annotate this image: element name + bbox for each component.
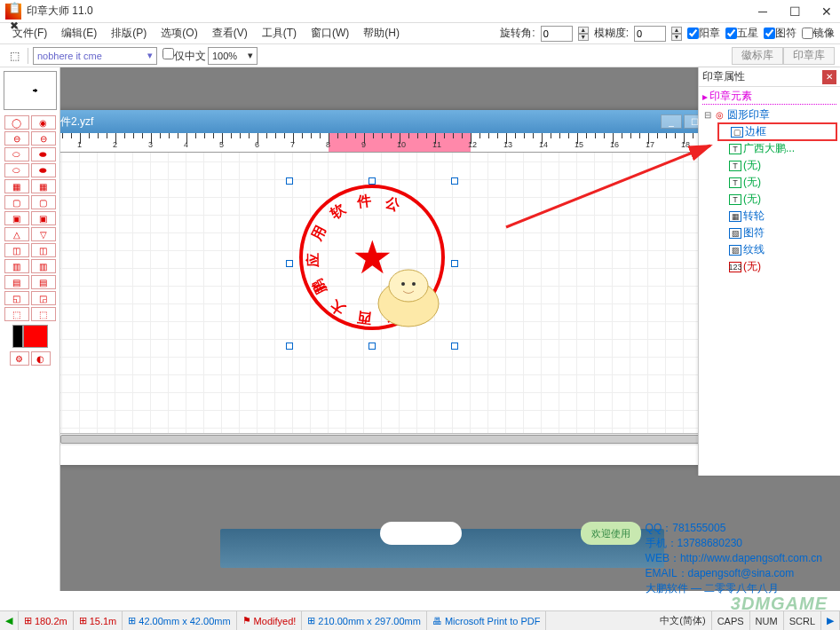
handle-s[interactable] [368,343,376,350]
palette-shape-6[interactable]: ⬭ [4,163,29,177]
doc-min-button[interactable]: _ [661,114,682,129]
doc-filename: 文件2.yzf [60,114,93,130]
palette-shape-19[interactable]: ▥ [31,259,56,273]
doc-h-scrollbar[interactable]: ◀ ▶ [60,433,721,445]
status-modified: Modifyed! [254,616,297,626]
close-button[interactable]: ✕ [819,4,835,20]
chk-only-cn[interactable] [162,48,174,59]
palette-shape-25[interactable]: ⬚ [31,307,56,321]
palette-shape-13[interactable]: ▣ [31,211,56,225]
app-title: 印章大师 11.0 [27,4,93,19]
menu-6[interactable]: 窗口(W) [304,27,356,39]
tool-a[interactable]: ⚙ [10,351,29,366]
color-primary[interactable] [23,325,48,348]
blur-input[interactable] [634,26,666,42]
blur-label: 模糊度: [594,26,629,41]
palette-shape-3[interactable]: ⊖ [31,131,56,146]
palette-shape-22[interactable]: ◱ [4,291,29,305]
tree-item-6[interactable]: ▧图符 [718,224,836,241]
handle-ne[interactable] [451,177,458,185]
svg-point-3 [412,282,416,286]
handle-n[interactable] [368,177,376,185]
chk-yang[interactable] [687,28,699,39]
palette-shape-1[interactable]: ◉ [31,115,56,130]
menu-4[interactable]: 查看(V) [205,27,255,39]
menu-2[interactable]: 排版(P) [104,27,154,39]
palette-shape-20[interactable]: ▤ [4,275,29,289]
welcome-bubble: 欢迎使用 [581,522,641,545]
toolbar-btn-12[interactable]: ⬚ [5,47,23,65]
blur-up[interactable]: ▲ [671,27,682,34]
tree-item-0[interactable]: ▢边框 [718,123,836,140]
palette-shape-2[interactable]: ⊖ [4,131,29,146]
handle-se[interactable] [451,343,458,350]
status-lang: 中文(简体) [654,611,711,630]
toolbar-btn-10[interactable]: ✖ [5,17,23,35]
handle-nw[interactable] [286,177,293,185]
palette-shape-12[interactable]: ▣ [4,211,29,225]
tree-item-2[interactable]: T(无) [718,157,836,174]
status-num: NUM [750,611,784,630]
palette-shape-4[interactable]: ⬭ [4,147,29,161]
tree-item-8[interactable]: 123(无) [718,258,836,275]
palette-shape-5[interactable]: ⬬ [31,147,56,161]
chk-mirror[interactable] [802,28,813,39]
minimize-button[interactable]: ─ [755,4,771,20]
contact-web[interactable]: WEB：http://www.dapengsoft.com.cn [646,551,822,566]
rotation-down[interactable]: ▼ [578,34,589,41]
doc-titlebar[interactable]: 文件2.yzf _ ☐ ✕ [60,110,733,133]
scroll-thumb[interactable] [60,435,700,444]
tree-item-5[interactable]: ▦转轮 [718,208,836,224]
handle-sw[interactable] [286,343,293,350]
tool-b[interactable]: ◐ [31,351,51,366]
palette-shape-23[interactable]: ◲ [31,291,56,305]
properties-panel: 印章属性 ✕ 印章元素 ⊟◎ 圆形印章 ▢边框T广西大鹏...T(无)T(无)T… [698,67,840,476]
color-secondary[interactable] [12,325,23,348]
bottom-banner: 欢迎使用 [220,529,664,568]
palette-shape-14[interactable]: △ [4,227,29,241]
nav-last[interactable]: ▶ [821,611,840,630]
palette-shape-21[interactable]: ▤ [31,275,56,289]
palette-shape-24[interactable]: ⬚ [4,307,29,321]
palette-shape-0[interactable]: ◯ [4,115,29,130]
svg-point-2 [401,282,405,286]
tab-stamp-lib[interactable]: 印章库 [783,47,835,65]
font-combo[interactable]: nobhere it cme▾ [33,47,157,65]
palette-shape-10[interactable]: ▢ [4,195,29,209]
menu-1[interactable]: 编辑(E) [54,27,104,39]
tree-root[interactable]: ⊟◎ 圆形印章 [702,106,836,123]
tab-logo-lib[interactable]: 徽标库 [732,47,783,65]
title-bar: 印章大师 11.0 ─ ☐ ✕ [0,0,840,23]
tree-item-3[interactable]: T(无) [718,174,836,191]
contact-block: QQ：781555005 手机：13788680230 WEB：http://w… [646,521,822,596]
chk-star[interactable] [725,28,737,39]
mascot-icon [364,259,453,330]
zoom-combo[interactable]: 100%▾ [208,47,258,65]
palette-shape-17[interactable]: ◫ [31,243,56,257]
nav-first[interactable]: ◀ [0,611,19,630]
palette-shape-11[interactable]: ▢ [31,195,56,209]
maximize-button[interactable]: ☐ [787,4,803,20]
rotation-up[interactable]: ▲ [578,27,589,34]
blur-down[interactable]: ▼ [671,34,682,41]
palette-shape-18[interactable]: ▥ [4,259,29,273]
canvas[interactable]: ★ 广西大鹏应用软件公 ◀ ▶ [60,153,733,445]
menu-5[interactable]: 工具(T) [255,27,304,39]
chk-tu[interactable] [764,28,775,39]
section-elements-title[interactable]: 印章元素 [702,89,836,105]
toolbar-btn-9[interactable]: 📋 [5,0,23,17]
palette-shape-7[interactable]: ⬬ [31,163,56,177]
palette-shape-9[interactable]: ▦ [31,179,56,193]
palette-shape-8[interactable]: ▦ [4,179,29,193]
menu-3[interactable]: 选项(O) [154,27,204,39]
palette-shape-16[interactable]: ◫ [4,243,29,257]
tree-item-4[interactable]: T(无) [718,191,836,208]
contact-email[interactable]: EMAIL：dapengsoft@sina.com [646,566,822,581]
tree-item-1[interactable]: T广西大鹏... [718,140,836,157]
tree-item-7[interactable]: ▨纹线 [718,241,836,258]
rotation-input[interactable] [541,26,573,42]
panel-close-button[interactable]: ✕ [822,70,836,84]
menu-7[interactable]: 帮助(H) [356,27,407,39]
palette-shape-15[interactable]: ▽ [31,227,56,241]
handle-w[interactable] [286,260,293,267]
